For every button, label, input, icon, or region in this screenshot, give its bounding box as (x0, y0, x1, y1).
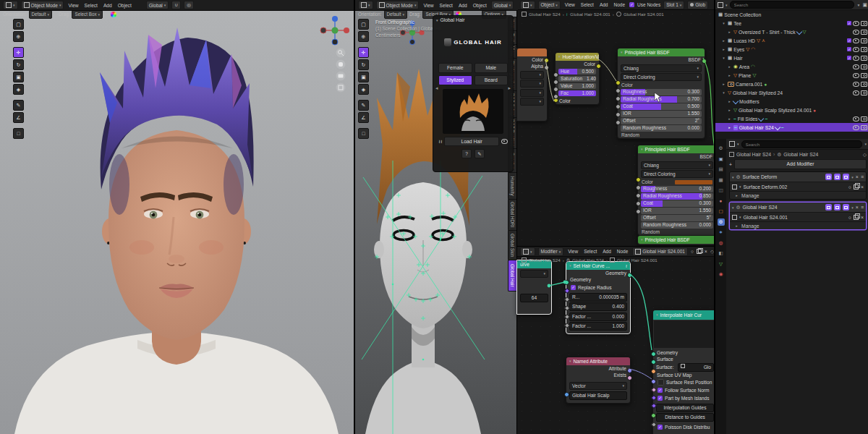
drag-handle[interactable]: ≡ (861, 174, 864, 179)
mode-select[interactable]: Object Mode▾ (376, 1, 420, 9)
checkbox-icon[interactable]: ✓ (847, 47, 851, 51)
color-swatch-row[interactable]: Color (638, 179, 716, 185)
collapse-icon[interactable]: ▾ (732, 175, 734, 179)
geometry-nodes-editor[interactable]: ▾ Modifier▾ View Select Add Node Global … (516, 246, 715, 434)
tool-transform[interactable]: ◈ (13, 84, 24, 95)
menu-add[interactable]: Add (457, 3, 469, 8)
follow-surface-normal-row[interactable]: ✓Follow Surface Norm (653, 386, 717, 394)
tab-view-layer[interactable]: ▦ (718, 176, 725, 184)
hair-model-select[interactable]: Chiang▾ (641, 161, 713, 169)
menu-select[interactable]: Select (582, 249, 598, 254)
tex-option-4[interactable]: ▾ (520, 98, 544, 106)
menu-view[interactable]: View (563, 2, 576, 7)
tool-transform[interactable]: ◈ (358, 84, 369, 95)
ior-slider[interactable]: IOR1.550 (641, 208, 713, 214)
tex-option-1[interactable]: ▾ (520, 71, 544, 79)
menu-select[interactable]: Select (438, 3, 454, 8)
shape-field[interactable]: Shape0.400 (569, 302, 627, 311)
tool-add-cube[interactable]: □ (358, 128, 369, 139)
extras-chevron[interactable]: ▾ (851, 175, 854, 179)
proportional-edit-toggle[interactable]: ◎ (184, 1, 194, 9)
shader-editor[interactable]: ▾ Object▾ View Select Add Node ✓ Use Nod… (516, 0, 715, 246)
camera-restrict-icon[interactable] (861, 125, 867, 130)
outliner-row[interactable]: ▸▽ Plane ▽ (715, 71, 868, 80)
options-chevron[interactable]: ▾ (864, 142, 867, 146)
tab-world[interactable]: ● (718, 197, 725, 205)
tab-global-skin[interactable]: Global Skin (508, 230, 516, 260)
factor-min-field[interactable]: Factor ...0.000 (569, 312, 627, 321)
copies-icon[interactable] (697, 249, 702, 254)
material-datablock[interactable]: Glob (687, 1, 708, 9)
eye-icon[interactable] (853, 73, 859, 78)
modifier-name[interactable]: Surface Deform (743, 174, 778, 179)
tool-select-box[interactable]: ▢ (358, 19, 369, 30)
image-texture-node[interactable]: Color Alpha ▾ ▾ ▾ ▾ (516, 48, 548, 122)
coat-slider[interactable]: Coat0.500 (621, 103, 702, 110)
render-toggle[interactable] (843, 174, 849, 180)
eye-icon[interactable] (853, 90, 859, 95)
tool-annotate[interactable]: ✎ (358, 100, 369, 111)
snap-toggle[interactable]: ∪ (171, 1, 181, 9)
checkbox-icon[interactable]: ✓ (847, 38, 851, 43)
tool-cursor[interactable]: ⊕ (13, 31, 24, 42)
brush-button[interactable]: ✎ (475, 149, 485, 158)
edit-mode-toggle[interactable] (825, 174, 832, 180)
editor-type-button[interactable]: ▾ (520, 247, 535, 256)
tool-scale[interactable]: ▣ (13, 72, 24, 82)
outliner-row[interactable]: ▸▽ Oversized T - Shirt - Thick ▽ (715, 27, 868, 36)
new-collection-icon[interactable]: ▣ (862, 2, 867, 8)
eye-icon[interactable] (853, 125, 859, 130)
camera-restrict-icon[interactable] (861, 73, 867, 78)
copies-icon[interactable] (854, 215, 859, 220)
outliner-row-selected[interactable]: ▸~ Global Hair S24 ~ (715, 123, 868, 132)
tab-humanity[interactable]: Humanity (508, 172, 516, 200)
drag-value[interactable]: Select Box▾ (72, 10, 103, 19)
partial-dropdown[interactable]: ▾ (520, 270, 548, 278)
hsv-node[interactable]: ▾Hue/Saturation/Value Color Hue0.500 Sat… (555, 52, 600, 105)
manage-row[interactable]: ▸Manage (730, 191, 866, 199)
outliner-display-mode[interactable] (718, 2, 723, 8)
interpolation-guides-field[interactable]: Interpolation Guides (656, 404, 714, 412)
factor-max-field[interactable]: Factor ...1.000 (569, 322, 627, 331)
outliner-row[interactable]: ▾▦ Hair ✓ (715, 54, 868, 62)
collapse-icon[interactable]: ▾ (732, 205, 734, 210)
random-roughness-slider[interactable]: Random Roughness0.000 (641, 222, 713, 229)
outliner-row[interactable]: ▸▦ Lucas HD ▽⋏ ✓ (715, 36, 868, 45)
tool-measure[interactable]: ∠ (13, 112, 24, 123)
menu-node[interactable]: Node (612, 2, 626, 7)
attribute-name-field[interactable]: Global Hair Scalp (569, 391, 627, 400)
camera-restrict-icon[interactable] (861, 56, 867, 61)
hair-model-select[interactable]: Chiang▾ (621, 64, 702, 72)
fac-slider[interactable]: Fac1.000 (558, 90, 596, 97)
prev-hair-arrow[interactable]: ◂ (435, 85, 438, 91)
outliner-row[interactable]: ▦ Scene Collection (715, 10, 868, 19)
menu-select[interactable]: Select (83, 3, 99, 8)
named-attribute-node[interactable]: ▾Named Attribute Attribute Exists Vector… (566, 357, 631, 404)
node-tree-datablock[interactable]: Global Hair S24.001 (632, 247, 688, 256)
tab-object[interactable]: ▢ (718, 208, 725, 215)
modifier-name[interactable]: Global Hair S24 (743, 205, 778, 210)
tab-constraints[interactable]: ◧ (718, 250, 725, 257)
filter-icon[interactable]: ▼ (856, 3, 860, 7)
part-by-mesh-islands-row[interactable]: ✓Part by Mesh Islands (653, 394, 717, 402)
color-wheel-icon[interactable] (111, 12, 116, 17)
eye-icon[interactable] (853, 38, 859, 43)
unlink-button[interactable]: × (705, 249, 707, 254)
camera-restrict-icon[interactable] (861, 64, 867, 69)
tool-move[interactable]: ✛ (13, 47, 24, 58)
tab-global-hair[interactable]: Global Hair (508, 260, 516, 292)
tex-option-3[interactable]: ▾ (520, 89, 544, 97)
attribute-type-select[interactable]: Vector▾ (569, 382, 627, 390)
mode-select[interactable]: Object Mode▾ (21, 1, 64, 9)
eye-icon[interactable] (853, 56, 859, 61)
partial-curve-node[interactable]: urve ▾ 64 (516, 260, 552, 315)
eye-icon[interactable] (853, 82, 859, 87)
add-icon[interactable]: + (729, 162, 732, 167)
principled-hair-node-3[interactable]: ▾Principled Hair BSDF (637, 235, 717, 245)
roughness-slider[interactable]: Roughness0.200 (641, 186, 713, 192)
camera-restrict-icon[interactable] (861, 116, 867, 122)
menu-object[interactable]: Object (116, 3, 133, 8)
principled-hair-node-1[interactable]: ▾Principled Hair BSDF BSDF Chiang▾ Direc… (617, 48, 705, 139)
checkbox-icon[interactable]: ✓ (847, 21, 851, 25)
saturation-slider[interactable]: Saturation1.400 (558, 76, 596, 82)
